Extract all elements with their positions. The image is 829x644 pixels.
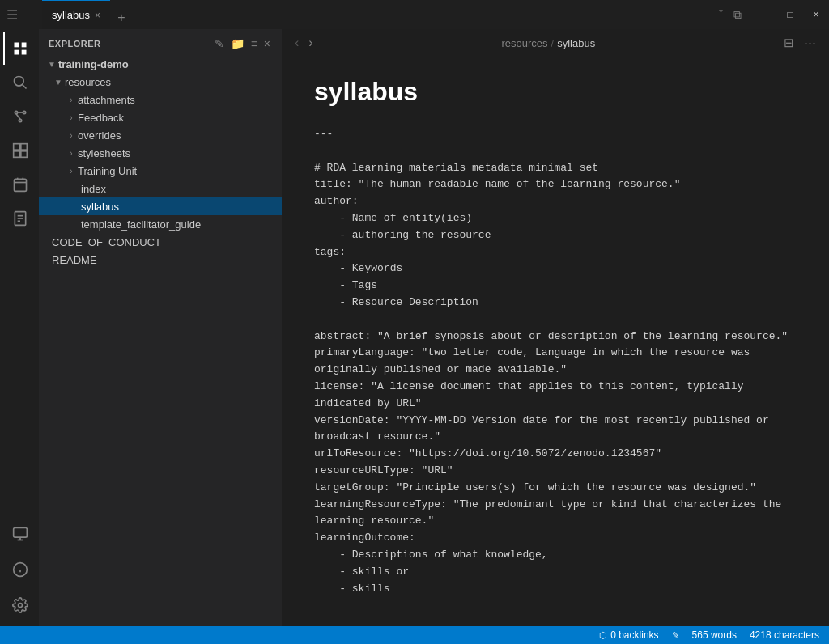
chars-status[interactable]: 4218 characters <box>750 629 819 641</box>
tree-item-training-unit[interactable]: › Training Unit <box>39 162 282 180</box>
collapse-action[interactable]: × <box>262 36 272 52</box>
search-activity-icon[interactable] <box>3 66 36 99</box>
backlinks-count: 0 backlinks <box>610 629 658 641</box>
feedback-arrow: › <box>65 111 78 124</box>
more-actions-icon[interactable]: ⋯ <box>801 34 819 52</box>
tree-item-index[interactable]: index <box>39 180 282 197</box>
nav-back-button[interactable]: ‹ <box>291 34 302 52</box>
calendar-activity-icon[interactable] <box>3 168 36 201</box>
tree-item-readme[interactable]: README <box>39 251 282 269</box>
svg-rect-23 <box>14 528 28 538</box>
tab-label: syllabus <box>52 9 90 21</box>
svg-point-29 <box>19 604 23 608</box>
svg-line-5 <box>23 85 27 89</box>
extensions-activity-icon[interactable] <box>3 134 36 167</box>
new-folder-action[interactable]: 📁 <box>229 36 246 52</box>
stylesheets-arrow: › <box>65 146 78 159</box>
tree-root[interactable]: ▼ training-demo <box>39 55 282 73</box>
svg-line-10 <box>16 114 20 120</box>
close-button[interactable]: × <box>803 0 829 29</box>
document-title: syllabus <box>314 77 797 107</box>
svg-point-8 <box>19 119 21 121</box>
tab-close-icon[interactable]: × <box>95 10 100 21</box>
training-unit-arrow: › <box>65 164 78 177</box>
readme-label: README <box>52 254 97 266</box>
new-file-action[interactable]: ✎ <box>213 36 226 52</box>
svg-rect-13 <box>14 151 20 158</box>
tree-item-coc[interactable]: CODE_OF_CONDUCT <box>39 233 282 251</box>
activity-bar <box>0 29 39 626</box>
menu-icon[interactable]: ☰ <box>6 7 18 23</box>
attachments-label: attachments <box>78 94 135 106</box>
stylesheets-label: stylesheets <box>78 147 130 159</box>
remote-activity-icon[interactable] <box>3 518 36 550</box>
coc-label: CODE_OF_CONDUCT <box>52 236 161 248</box>
svg-rect-0 <box>15 43 19 48</box>
overrides-arrow: › <box>65 129 78 142</box>
minimize-button[interactable]: ─ <box>751 0 777 29</box>
tree-item-resources[interactable]: ▼ resources <box>39 73 282 91</box>
sidebar-title: Explorer <box>49 39 101 49</box>
editor-area: ‹ › resources / syllabus ⊟ ⋯ syllabus --… <box>282 29 829 626</box>
sort-action[interactable]: ≡ <box>249 36 259 52</box>
words-count: 565 words <box>692 629 737 641</box>
split-editor-icon[interactable]: ⊟ <box>780 34 797 52</box>
title-bar-left: ☰ <box>0 7 42 23</box>
maximize-button[interactable]: □ <box>777 0 803 29</box>
sidebar-content: ▼ training-demo ▼ resources › attachment… <box>39 55 282 626</box>
split-icon[interactable]: ⧉ <box>730 6 745 23</box>
backlinks-icon: ⬡ <box>599 630 607 641</box>
feedback-label: Feedback <box>78 112 124 124</box>
editor-toolbar: ‹ › resources / syllabus ⊟ ⋯ <box>282 29 829 57</box>
resources-arrow: ▼ <box>52 75 65 88</box>
tab-syllabus[interactable]: syllabus × <box>42 0 110 29</box>
chars-count: 4218 characters <box>750 629 819 641</box>
nav-forward-button[interactable]: › <box>305 34 316 52</box>
training-unit-label: Training Unit <box>78 165 137 177</box>
svg-point-6 <box>15 111 17 113</box>
sidebar-actions: ✎ 📁 ≡ × <box>213 36 272 52</box>
breadcrumb-separator: / <box>551 37 555 49</box>
explorer-activity-icon[interactable] <box>3 32 36 65</box>
editor-nav: ‹ › <box>291 34 317 52</box>
template-label: template_facilitator_guide <box>81 218 201 231</box>
root-arrow: ▼ <box>45 57 58 70</box>
settings-activity-icon[interactable] <box>3 589 36 621</box>
svg-rect-3 <box>22 50 27 55</box>
resources-label: resources <box>65 76 111 88</box>
title-bar: ☰ syllabus × + ˅ ⧉ ─ □ × <box>0 0 829 29</box>
pages-activity-icon[interactable] <box>3 202 36 235</box>
window-controls: ─ □ × <box>751 0 829 29</box>
tree-item-template[interactable]: template_facilitator_guide <box>39 215 282 233</box>
syllabus-label: syllabus <box>81 201 119 213</box>
breadcrumb-current[interactable]: syllabus <box>557 37 595 49</box>
tree-item-attachments[interactable]: › attachments <box>39 91 282 108</box>
svg-rect-15 <box>15 179 27 191</box>
svg-rect-14 <box>21 151 28 158</box>
tab-add-button[interactable]: + <box>110 6 133 29</box>
tree-item-feedback[interactable]: › Feedback <box>39 108 282 126</box>
index-label: index <box>81 183 106 195</box>
overrides-label: overrides <box>78 129 121 142</box>
chevron-icon[interactable]: ˅ <box>715 6 727 23</box>
help-activity-icon[interactable] <box>3 553 36 586</box>
source-control-activity-icon[interactable] <box>3 100 36 133</box>
editor-content[interactable]: syllabus --- # RDA learning materials me… <box>282 57 829 626</box>
tree-item-syllabus[interactable]: syllabus <box>39 197 282 215</box>
backlinks-status[interactable]: ⬡ 0 backlinks <box>599 629 658 641</box>
editor-actions: ⊟ ⋯ <box>780 34 819 52</box>
breadcrumb-path[interactable]: resources <box>501 37 547 49</box>
main-area: Explorer ✎ 📁 ≡ × ▼ training-demo ▼ resou… <box>0 29 829 626</box>
edit-status[interactable]: ✎ <box>672 630 679 641</box>
title-bar-right: ˅ ⧉ <box>708 6 751 23</box>
words-status[interactable]: 565 words <box>692 629 737 641</box>
svg-point-7 <box>23 111 25 113</box>
sidebar-header: Explorer ✎ 📁 ≡ × <box>39 29 282 55</box>
document-body: --- # RDA learning materials metadata mi… <box>314 126 797 597</box>
tree-item-stylesheets[interactable]: › stylesheets <box>39 144 282 162</box>
status-bar: ⬡ 0 backlinks ✎ 565 words 4218 character… <box>0 626 829 644</box>
attachments-arrow: › <box>65 93 78 106</box>
svg-rect-1 <box>22 43 27 48</box>
svg-rect-12 <box>21 144 28 150</box>
tree-item-overrides[interactable]: › overrides <box>39 126 282 144</box>
